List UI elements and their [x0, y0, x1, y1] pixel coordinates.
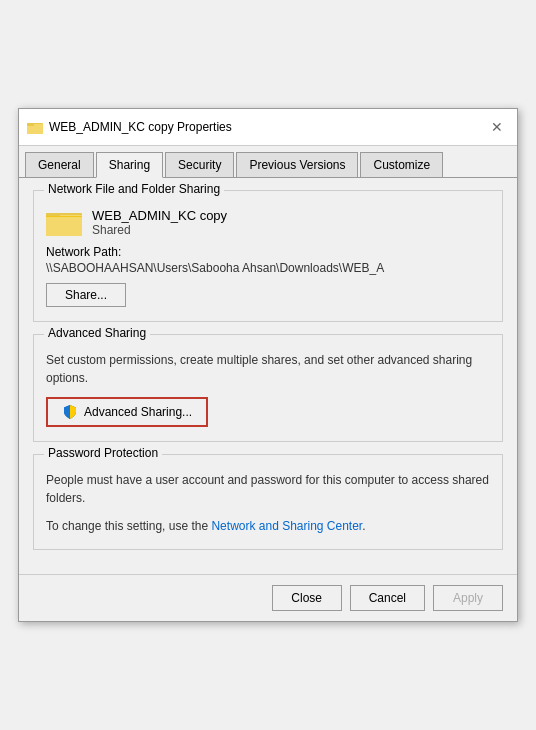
tab-customize[interactable]: Customize	[360, 152, 443, 177]
title-bar-left: WEB_ADMIN_KC copy Properties	[27, 119, 232, 135]
folder-name: WEB_ADMIN_KC copy	[92, 208, 227, 223]
advanced-sharing-title: Advanced Sharing	[44, 326, 150, 340]
network-sharing-section: Network File and Folder Sharing WEB_ADMI…	[33, 190, 503, 322]
svg-rect-7	[46, 217, 82, 236]
folder-details: WEB_ADMIN_KC copy Shared	[92, 208, 227, 237]
change-text-before: To change this setting, use the	[46, 519, 211, 533]
title-folder-icon	[27, 119, 43, 135]
password-change-text: To change this setting, use the Network …	[46, 517, 490, 535]
cancel-button[interactable]: Cancel	[350, 585, 425, 611]
close-button[interactable]: Close	[272, 585, 342, 611]
tab-content: Network File and Folder Sharing WEB_ADMI…	[19, 178, 517, 574]
advanced-sharing-button-label: Advanced Sharing...	[84, 405, 192, 419]
network-sharing-title: Network File and Folder Sharing	[44, 182, 224, 196]
svg-rect-2	[27, 123, 34, 126]
shared-folder-icon	[46, 207, 82, 237]
network-path-value: \\SABOOHAAHSAN\Users\Sabooha Ahsan\Downl…	[46, 261, 490, 275]
share-button[interactable]: Share...	[46, 283, 126, 307]
tab-bar: General Sharing Security Previous Versio…	[19, 146, 517, 178]
tab-sharing[interactable]: Sharing	[96, 152, 163, 178]
folder-status: Shared	[92, 223, 227, 237]
network-path-label: Network Path:	[46, 245, 490, 259]
network-sharing-center-link[interactable]: Network and Sharing Center	[211, 519, 362, 533]
change-text-after: .	[362, 519, 365, 533]
advanced-sharing-button[interactable]: Advanced Sharing...	[46, 397, 208, 427]
properties-dialog: WEB_ADMIN_KC copy Properties ✕ General S…	[18, 108, 518, 622]
title-bar: WEB_ADMIN_KC copy Properties ✕	[19, 109, 517, 146]
password-protection-section: Password Protection People must have a u…	[33, 454, 503, 550]
folder-info-row: WEB_ADMIN_KC copy Shared	[46, 207, 490, 237]
dialog-footer: Close Cancel Apply	[19, 574, 517, 621]
apply-button[interactable]: Apply	[433, 585, 503, 611]
tab-previous-versions[interactable]: Previous Versions	[236, 152, 358, 177]
window-title: WEB_ADMIN_KC copy Properties	[49, 120, 232, 134]
password-description: People must have a user account and pass…	[46, 471, 490, 507]
tab-security[interactable]: Security	[165, 152, 234, 177]
advanced-sharing-section: Advanced Sharing Set custom permissions,…	[33, 334, 503, 442]
shield-icon	[62, 404, 78, 420]
password-protection-title: Password Protection	[44, 446, 162, 460]
close-icon[interactable]: ✕	[485, 115, 509, 139]
tab-general[interactable]: General	[25, 152, 94, 177]
advanced-sharing-desc: Set custom permissions, create multiple …	[46, 351, 490, 387]
